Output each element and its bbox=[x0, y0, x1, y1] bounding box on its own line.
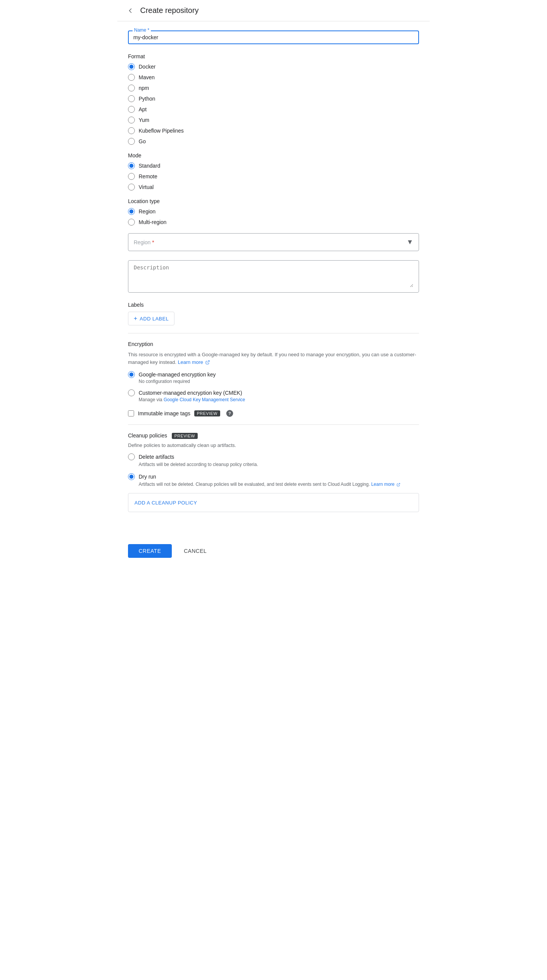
labels-section: Labels + ADD LABEL bbox=[128, 302, 419, 325]
encryption-radio-google[interactable]: Google-managed encryption key bbox=[128, 371, 419, 378]
form-body: Name * Format Docker Maven npm Python bbox=[117, 21, 430, 538]
encryption-sublabel-google: No configuration required bbox=[139, 379, 419, 384]
mode-label-standard: Standard bbox=[139, 163, 160, 169]
format-label-apt: Apt bbox=[139, 106, 147, 112]
divider-1 bbox=[128, 333, 419, 333]
encryption-learn-more-link[interactable]: Learn more bbox=[178, 359, 210, 365]
format-option-go[interactable]: Go bbox=[128, 138, 419, 145]
encryption-description: This resource is encrypted with a Google… bbox=[128, 351, 419, 366]
location-option-multi-region[interactable]: Multi-region bbox=[128, 219, 419, 226]
location-label-region: Region bbox=[139, 208, 155, 215]
dryrun-learn-more-link[interactable]: Learn more bbox=[371, 482, 400, 487]
svg-line-0 bbox=[207, 361, 210, 363]
labels-label: Labels bbox=[128, 302, 419, 308]
format-option-apt[interactable]: Apt bbox=[128, 106, 419, 113]
cleanup-label: Cleanup policies PREVIEW bbox=[128, 432, 419, 439]
format-option-maven[interactable]: Maven bbox=[128, 74, 419, 81]
plus-icon: + bbox=[134, 315, 138, 322]
format-option-npm[interactable]: npm bbox=[128, 85, 419, 91]
cleanup-preview-badge: PREVIEW bbox=[172, 433, 198, 439]
format-label-python: Python bbox=[139, 96, 155, 102]
location-label-multi-region: Multi-region bbox=[139, 219, 166, 225]
add-cleanup-policy-button[interactable]: ADD A CLEANUP POLICY bbox=[134, 500, 197, 506]
page-header: Create repository bbox=[117, 0, 430, 21]
mode-option-standard[interactable]: Standard bbox=[128, 162, 419, 169]
name-label: Name * bbox=[133, 27, 151, 33]
format-option-yum[interactable]: Yum bbox=[128, 117, 419, 123]
format-option-python[interactable]: Python bbox=[128, 95, 419, 102]
cleanup-label-dryrun: Dry run bbox=[139, 474, 156, 480]
format-label-kubeflow: Kubeflow Pipelines bbox=[139, 128, 184, 134]
mode-option-virtual[interactable]: Virtual bbox=[128, 184, 419, 191]
mode-label: Mode bbox=[128, 152, 419, 159]
format-label-docker: Docker bbox=[139, 64, 155, 70]
immutable-section: Immutable image tags PREVIEW ? bbox=[128, 410, 419, 417]
cleanup-section: Cleanup policies PREVIEW Define policies… bbox=[128, 432, 419, 512]
add-label-button-text: ADD LABEL bbox=[140, 316, 169, 322]
encryption-sublabel-cmek: Manage via Google Cloud Key Management S… bbox=[139, 397, 419, 402]
encryption-label-google: Google-managed encryption key bbox=[139, 372, 216, 378]
description-wrapper bbox=[128, 260, 419, 293]
format-option-docker[interactable]: Docker bbox=[128, 63, 419, 70]
encryption-label: Encryption bbox=[128, 341, 419, 347]
dropdown-arrow-icon: ▼ bbox=[406, 238, 413, 246]
name-input[interactable] bbox=[133, 34, 414, 40]
mode-radio-group: Standard Remote Virtual bbox=[128, 162, 419, 191]
immutable-checkbox-row: Immutable image tags PREVIEW ? bbox=[128, 410, 419, 417]
immutable-checkbox[interactable] bbox=[128, 410, 134, 416]
format-radio-group: Docker Maven npm Python Apt Yum bbox=[128, 63, 419, 145]
immutable-preview-badge: PREVIEW bbox=[194, 410, 220, 416]
cleanup-sublabel-dryrun: Artifacts will not be deleted. Cleanup p… bbox=[139, 481, 419, 488]
cancel-button[interactable]: CANCEL bbox=[178, 544, 213, 558]
cleanup-option-dryrun: Dry run Artifacts will not be deleted. C… bbox=[128, 473, 419, 488]
mode-label-virtual: Virtual bbox=[139, 184, 154, 190]
cleanup-radio-delete[interactable]: Delete artifacts bbox=[128, 453, 419, 460]
location-option-region[interactable]: Region bbox=[128, 208, 419, 215]
mode-section: Mode Standard Remote Virtual bbox=[128, 152, 419, 191]
encryption-option-google: Google-managed encryption key No configu… bbox=[128, 371, 419, 384]
mode-option-remote[interactable]: Remote bbox=[128, 173, 419, 180]
location-type-label: Location type bbox=[128, 198, 419, 204]
cleanup-option-delete: Delete artifacts Artifacts will be delet… bbox=[128, 453, 419, 468]
format-option-kubeflow[interactable]: Kubeflow Pipelines bbox=[128, 127, 419, 134]
add-label-button[interactable]: + ADD LABEL bbox=[128, 312, 174, 325]
mode-label-remote: Remote bbox=[139, 173, 157, 179]
name-field-wrapper: Name * bbox=[128, 30, 419, 44]
svg-line-1 bbox=[398, 483, 400, 485]
encryption-section: Encryption This resource is encrypted wi… bbox=[128, 341, 419, 402]
format-label-yum: Yum bbox=[139, 117, 149, 123]
footer-buttons: CREATE CANCEL bbox=[117, 538, 430, 564]
format-label-go: Go bbox=[139, 138, 146, 144]
format-label-maven: Maven bbox=[139, 74, 155, 80]
immutable-label[interactable]: Immutable image tags bbox=[138, 410, 190, 416]
region-select-wrapper[interactable]: Region * ▼ bbox=[128, 233, 419, 251]
cleanup-description: Define policies to automatically clean u… bbox=[128, 442, 419, 448]
region-required-marker: * bbox=[152, 239, 154, 245]
encryption-option-cmek: Customer-managed encryption key (CMEK) M… bbox=[128, 389, 419, 402]
encryption-radio-cmek[interactable]: Customer-managed encryption key (CMEK) bbox=[128, 389, 419, 396]
cleanup-radio-dryrun[interactable]: Dry run bbox=[128, 473, 419, 480]
encryption-label-cmek: Customer-managed encryption key (CMEK) bbox=[139, 390, 242, 396]
location-type-radio-group: Region Multi-region bbox=[128, 208, 419, 226]
back-button[interactable] bbox=[126, 7, 134, 14]
cmek-kms-link[interactable]: Google Cloud Key Management Service bbox=[163, 397, 245, 402]
region-select-label: Region * bbox=[134, 239, 154, 245]
format-label-npm: npm bbox=[139, 85, 149, 91]
divider-2 bbox=[128, 424, 419, 425]
location-type-section: Location type Region Multi-region bbox=[128, 198, 419, 226]
add-cleanup-policy-box[interactable]: ADD A CLEANUP POLICY bbox=[128, 493, 419, 512]
format-label: Format bbox=[128, 53, 419, 59]
page-title: Create repository bbox=[140, 6, 198, 15]
create-button[interactable]: CREATE bbox=[128, 544, 172, 558]
format-section: Format Docker Maven npm Python Apt bbox=[128, 53, 419, 145]
help-icon[interactable]: ? bbox=[226, 410, 233, 417]
description-textarea[interactable] bbox=[134, 264, 413, 287]
cleanup-label-delete: Delete artifacts bbox=[139, 454, 174, 460]
cleanup-sublabel-delete: Artifacts will be deleted according to c… bbox=[139, 461, 419, 468]
